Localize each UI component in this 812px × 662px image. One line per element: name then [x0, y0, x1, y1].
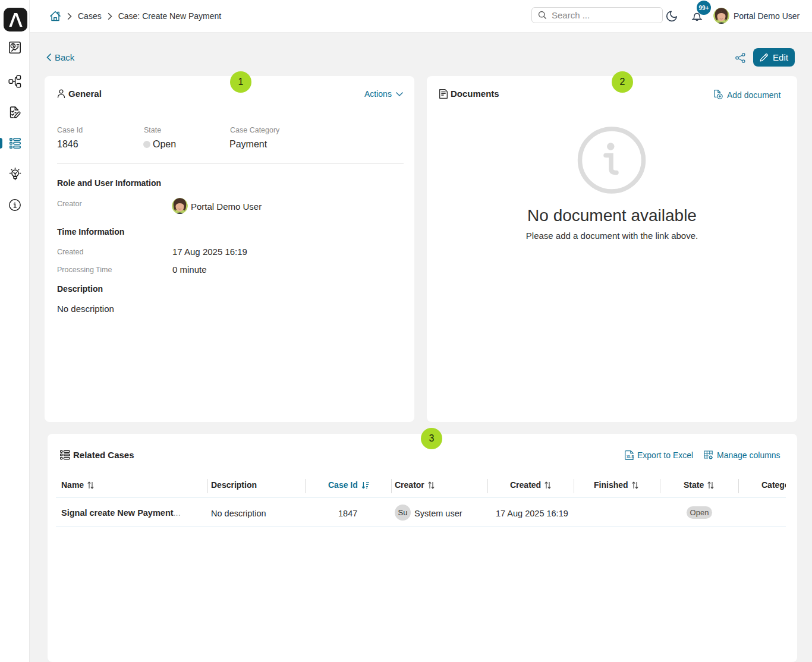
svg-text:XLS: XLS: [627, 455, 634, 459]
